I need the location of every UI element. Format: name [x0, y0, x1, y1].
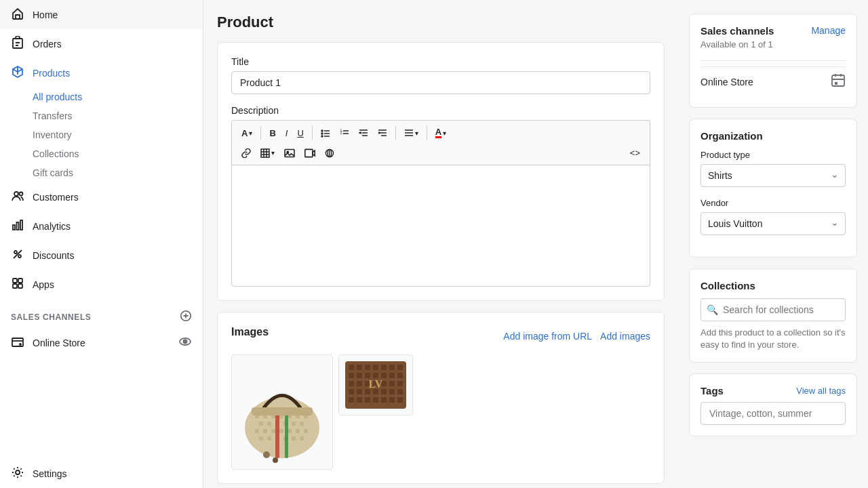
sidebar-item-apps[interactable]: Apps: [0, 270, 203, 299]
font-btn[interactable]: A▾: [237, 125, 256, 141]
vendor-select[interactable]: Louis Vuitton: [701, 212, 846, 235]
collections-search-input[interactable]: [701, 298, 846, 321]
organization-title: Organization: [701, 130, 846, 142]
title-input[interactable]: [231, 71, 650, 94]
sidebar-sub-all-products[interactable]: All products: [0, 87, 203, 106]
sidebar-item-label: Apps: [33, 279, 54, 290]
add-sales-channel-icon[interactable]: [180, 310, 192, 324]
sidebar-item-label: Discounts: [33, 250, 74, 261]
collections-search-box: 🔍: [701, 298, 846, 321]
sidebar-sub-inventory[interactable]: Inventory: [0, 125, 203, 144]
svg-rect-65: [279, 429, 283, 433]
svg-rect-57: [267, 422, 271, 426]
svg-point-6: [14, 251, 17, 253]
images-header: Images Add image from URL Add images: [231, 326, 650, 346]
font-color-btn[interactable]: A ▾: [431, 125, 450, 141]
svg-rect-114: [389, 397, 395, 403]
svg-rect-10: [13, 284, 17, 288]
svg-point-48: [245, 397, 319, 458]
products-icon: [11, 65, 24, 81]
svg-rect-104: [365, 389, 370, 394]
image-thumb-2[interactable]: LV: [338, 354, 413, 415]
editor-toolbar: A▾ B I U 1.2.: [231, 120, 650, 165]
svg-rect-81: [349, 365, 354, 370]
link-btn[interactable]: [237, 145, 255, 161]
svg-rect-4: [17, 222, 19, 230]
main-content: Product Title Description A▾ B I U 1.2.: [203, 0, 678, 488]
editor-area[interactable]: [231, 165, 650, 287]
svg-rect-63: [263, 429, 267, 433]
manage-link[interactable]: Manage: [811, 25, 846, 36]
sidebar: Home Orders Products All products Transf…: [0, 0, 203, 488]
embed-btn[interactable]: [321, 145, 338, 161]
svg-rect-96: [357, 381, 362, 386]
sidebar-item-products[interactable]: Products: [0, 58, 203, 87]
svg-rect-91: [373, 373, 378, 378]
svg-rect-37: [261, 149, 269, 157]
sidebar-item-settings[interactable]: Settings: [0, 459, 203, 488]
images-title: Images: [231, 326, 269, 338]
vendor-wrapper: Louis Vuitton: [701, 212, 846, 235]
svg-rect-83: [365, 365, 370, 370]
collections-card: Collections 🔍 Add this product to a coll…: [689, 268, 857, 363]
indent-btn[interactable]: [374, 125, 391, 141]
svg-point-18: [321, 130, 323, 131]
product-type-select[interactable]: Shirts: [701, 164, 846, 187]
svg-rect-69: [259, 436, 263, 441]
svg-rect-62: [255, 429, 259, 433]
settings-icon: [11, 466, 24, 481]
sidebar-item-label: Settings: [33, 468, 67, 479]
sidebar-item-orders[interactable]: Orders: [0, 29, 203, 58]
svg-rect-93: [389, 373, 395, 378]
tags-input[interactable]: [701, 402, 846, 425]
ol-btn[interactable]: 1.2.: [336, 125, 353, 141]
svg-rect-88: [349, 373, 354, 378]
align-btn[interactable]: ▾: [400, 125, 422, 141]
ul-btn[interactable]: [317, 125, 334, 141]
video-btn[interactable]: [300, 145, 319, 161]
source-btn[interactable]: <>: [626, 145, 644, 161]
svg-rect-107: [389, 389, 395, 394]
images-links: Add image from URL Add images: [503, 331, 650, 342]
svg-point-79: [273, 458, 278, 463]
sidebar-sub-transfers[interactable]: Transfers: [0, 106, 203, 125]
svg-point-43: [287, 151, 288, 152]
underline-btn[interactable]: U: [293, 125, 307, 141]
outdent-btn[interactable]: [355, 125, 372, 141]
svg-rect-102: [349, 389, 354, 394]
sidebar-item-customers[interactable]: Customers: [0, 182, 203, 211]
svg-rect-85: [381, 365, 387, 370]
sidebar-item-discounts[interactable]: Discounts: [0, 241, 203, 270]
svg-rect-118: [835, 82, 837, 85]
add-image-url-link[interactable]: Add image from URL: [503, 331, 592, 342]
italic-btn[interactable]: I: [281, 125, 292, 141]
sidebar-item-analytics[interactable]: Analytics: [0, 211, 203, 241]
table-btn[interactable]: ▾: [256, 145, 279, 161]
svg-point-20: [321, 133, 323, 134]
view-all-tags-link[interactable]: View all tags: [796, 386, 846, 396]
vendor-section: Vendor Louis Vuitton: [701, 198, 846, 235]
svg-rect-94: [397, 373, 403, 378]
sidebar-sub-collections[interactable]: Collections: [0, 144, 203, 163]
svg-point-7: [18, 255, 21, 258]
sidebar-item-home[interactable]: Home: [0, 0, 203, 29]
sidebar-item-online-store[interactable]: Online Store: [0, 328, 203, 357]
image-thumb-1[interactable]: [231, 354, 333, 470]
svg-rect-77: [252, 407, 313, 415]
image-btn[interactable]: [280, 145, 299, 161]
sidebar-sub-gift-cards[interactable]: Gift cards: [0, 163, 203, 182]
sidebar-item-label: Products: [33, 68, 70, 79]
add-images-link[interactable]: Add images: [600, 331, 650, 342]
product-type-section: Product type Shirts: [701, 150, 846, 187]
visibility-icon[interactable]: [178, 335, 192, 350]
svg-rect-0: [13, 39, 22, 48]
calendar-icon[interactable]: [831, 73, 846, 91]
svg-rect-106: [381, 389, 387, 394]
svg-rect-95: [349, 381, 354, 386]
bold-btn[interactable]: B: [265, 125, 279, 141]
svg-rect-13: [12, 338, 23, 346]
sales-channels-subtitle: Available on 1 of 1: [701, 39, 774, 49]
svg-rect-9: [18, 279, 22, 283]
organization-card: Organization Product type Shirts Vendor …: [689, 119, 857, 258]
svg-point-14: [20, 344, 21, 345]
